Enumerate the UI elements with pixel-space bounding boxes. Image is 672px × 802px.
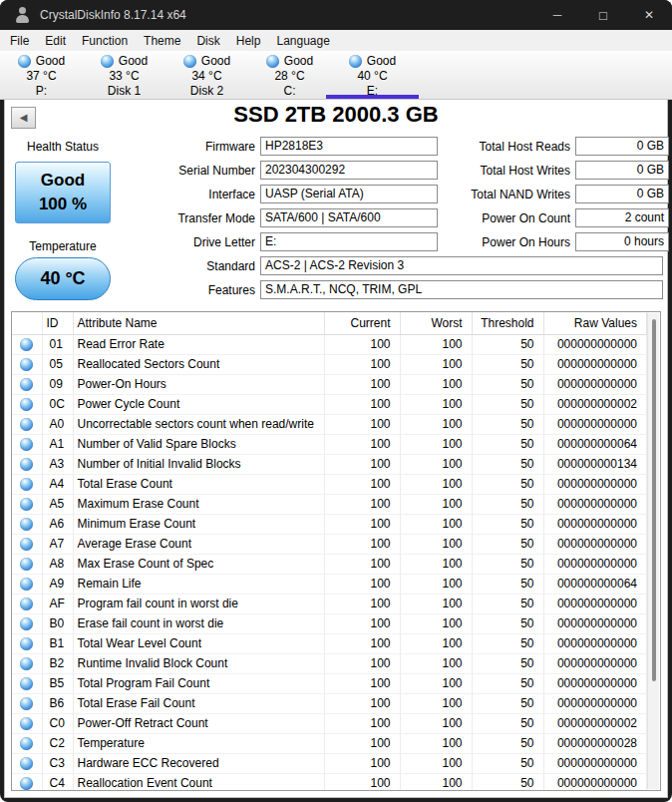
column-header-threshold[interactable]: Threshold <box>472 312 543 334</box>
row-orb-cell <box>12 693 42 713</box>
smart-row-b6[interactable]: B6Total Erase Fail Count1001005000000000… <box>12 693 647 713</box>
maximize-button[interactable]: □ <box>580 0 626 30</box>
smart-row-a6[interactable]: A6Minimum Erase Count1001005000000000000… <box>12 514 647 534</box>
attr-id: B5 <box>42 673 73 693</box>
attr-threshold: 50 <box>472 693 543 713</box>
smart-row-05[interactable]: 05Reallocated Sectors Count1001005000000… <box>12 354 647 374</box>
attr-id: A4 <box>42 474 73 494</box>
attr-worst: 100 <box>400 374 472 394</box>
smart-row-c4[interactable]: C4Reallocation Event Count10010050000000… <box>12 773 647 791</box>
smart-row-09[interactable]: 09Power-On Hours10010050000000000000 <box>12 374 647 394</box>
tab-status: Good <box>119 54 148 69</box>
smart-row-a1[interactable]: A1Number of Valid Spare Blocks1001005000… <box>12 434 647 454</box>
smart-row-b1[interactable]: B1Total Wear Level Count1001005000000000… <box>12 633 647 653</box>
smart-row-b5[interactable]: B5Total Program Fail Count10010050000000… <box>12 673 647 693</box>
health-status-indicator[interactable]: Good 100 % <box>15 162 111 223</box>
smart-row-a5[interactable]: A5Maximum Erase Count1001005000000000000… <box>12 494 647 514</box>
column-header-raw-values[interactable]: Raw Values <box>543 312 647 334</box>
field-label: Transfer Mode <box>147 211 260 225</box>
attr-name: Average Erase Count <box>73 534 324 554</box>
attr-raw: 000000000002 <box>543 394 647 414</box>
column-header-attribute-name[interactable]: Attribute Name <box>73 312 324 334</box>
attr-threshold: 50 <box>472 594 543 613</box>
attr-worst: 100 <box>400 334 472 354</box>
field-value: ACS-2 | ACS-2 Revision 3 <box>260 256 663 275</box>
smart-row-a0[interactable]: A0Uncorrectable sectors count when read/… <box>12 414 647 434</box>
row-orb-cell <box>12 474 42 494</box>
attr-current: 100 <box>324 733 400 753</box>
menu-file[interactable]: File <box>2 32 37 50</box>
health-orb-icon <box>266 55 279 68</box>
smart-row-c2[interactable]: C2Temperature10010050000000000028 <box>12 733 647 753</box>
tab-status-row: Good <box>331 54 414 69</box>
attr-raw: 000000000000 <box>543 773 647 791</box>
health-orb-icon <box>20 757 33 770</box>
attr-worst: 100 <box>400 474 472 494</box>
column-header-current[interactable]: Current <box>324 312 400 334</box>
minimize-button[interactable]: ─ <box>534 0 580 30</box>
attr-raw: 000000000000 <box>543 474 647 494</box>
disk-tab-p[interactable]: Good37 °CP: <box>0 51 83 99</box>
field-value: S.M.A.R.T., NCQ, TRIM, GPL <box>260 280 663 299</box>
back-button[interactable]: ◀ <box>11 107 36 129</box>
tab-drive-name: P: <box>0 84 83 99</box>
smart-row-af[interactable]: AFProgram fail count in worst die1001005… <box>12 594 647 613</box>
smart-row-a9[interactable]: A9Remain Life10010050000000000064 <box>12 574 647 594</box>
row-orb-cell <box>12 494 42 514</box>
attr-raw: 000000000000 <box>543 374 647 394</box>
smart-row-b0[interactable]: B0Erase fail count in worst die100100500… <box>12 613 647 633</box>
smart-row-c0[interactable]: C0Power-Off Retract Count100100500000000… <box>12 713 647 733</box>
menu-function[interactable]: Function <box>74 32 136 50</box>
tab-status-row: Good <box>83 54 166 69</box>
smart-row-0c[interactable]: 0CPower Cycle Count10010050000000000002 <box>12 394 647 414</box>
attr-id: C0 <box>42 713 73 733</box>
disk-tab-disk-1[interactable]: Good33 °CDisk 1 <box>83 51 166 99</box>
field-value: 2 count <box>575 208 669 227</box>
smart-row-b2[interactable]: B2Runtime Invalid Block Count10010050000… <box>12 653 647 673</box>
column-header-id[interactable]: ID <box>42 312 73 334</box>
scrollbar-thumb[interactable] <box>652 319 656 681</box>
row-orb-cell <box>12 773 42 791</box>
attr-current: 100 <box>324 653 400 673</box>
field-label: Interface <box>147 188 260 201</box>
table-scrollbar[interactable] <box>647 313 659 789</box>
row-orb-cell <box>12 554 42 574</box>
attr-raw: 000000000000 <box>543 693 647 713</box>
attr-threshold: 50 <box>472 733 543 753</box>
smart-row-a8[interactable]: A8Max Erase Count of Spec100100500000000… <box>12 554 647 574</box>
menu-help[interactable]: Help <box>228 32 269 50</box>
attr-name: Temperature <box>73 733 324 753</box>
attr-name: Minimum Erase Count <box>73 514 324 534</box>
health-orb-icon <box>18 55 31 68</box>
row-orb-cell <box>12 574 42 594</box>
attr-current: 100 <box>324 514 400 534</box>
disk-tab-disk-2[interactable]: Good34 °CDisk 2 <box>166 51 248 99</box>
disk-tab-c[interactable]: Good28 °CC: <box>248 51 331 99</box>
attr-worst: 100 <box>400 454 472 474</box>
smart-row-01[interactable]: 01Read Error Rate10010050000000000000 <box>12 334 647 354</box>
row-orb-cell <box>12 673 42 693</box>
menu-edit[interactable]: Edit <box>37 32 74 50</box>
column-header-worst[interactable]: Worst <box>400 312 472 334</box>
disk-tab-e[interactable]: Good40 °CE: <box>331 51 414 99</box>
attr-threshold: 50 <box>472 414 543 434</box>
menu-language[interactable]: Language <box>268 32 337 50</box>
temperature-indicator[interactable]: 40 °C <box>15 257 111 300</box>
tab-drive-name: Disk 2 <box>166 84 248 99</box>
smart-row-a4[interactable]: A4Total Erase Count10010050000000000000 <box>12 474 647 494</box>
attr-raw: 000000000000 <box>543 613 647 633</box>
smart-row-a7[interactable]: A7Average Erase Count1001005000000000000… <box>12 534 647 554</box>
back-arrow-icon: ◀ <box>20 113 28 123</box>
menu-theme[interactable]: Theme <box>136 32 188 50</box>
field-value: HP2818E3 <box>260 137 438 156</box>
attr-id: A8 <box>42 554 73 574</box>
field-row-total-host-reads: Total Host Reads0 GB <box>462 137 669 156</box>
menu-disk[interactable]: Disk <box>188 32 227 50</box>
attr-worst: 100 <box>400 354 472 374</box>
health-orb-icon <box>20 438 33 451</box>
smart-row-c3[interactable]: C3Hardware ECC Recovered1001005000000000… <box>12 753 647 773</box>
smart-row-a3[interactable]: A3Number of Initial Invalid Blocks100100… <box>12 454 647 474</box>
attr-threshold: 50 <box>472 434 543 454</box>
close-button[interactable]: ✕ <box>626 0 672 30</box>
attr-id: AF <box>42 594 73 613</box>
